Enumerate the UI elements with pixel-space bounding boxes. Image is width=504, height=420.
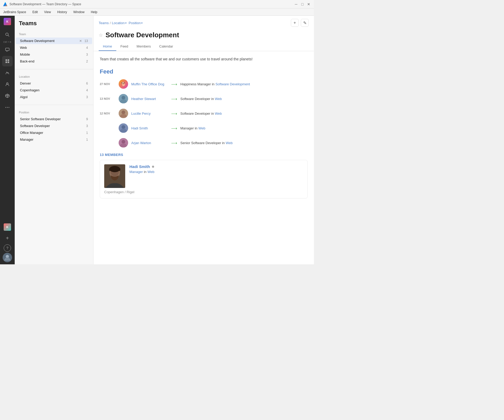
titlebar-title: Software Development — Team Directory — … xyxy=(9,2,81,6)
breadcrumb-teams[interactable]: Teams xyxy=(99,21,109,25)
tabs-bar: Home Feed Members Calendar xyxy=(93,42,314,51)
sidebar-item-copenhagen[interactable]: Copenhagen 4 xyxy=(16,87,92,93)
titlebar: Software Development — Team Directory — … xyxy=(0,0,314,8)
svg-point-14 xyxy=(122,96,125,99)
feed-person-muffin[interactable]: Muffin The Office Dog xyxy=(131,82,168,86)
sidebar-item-manager[interactable]: Manager 1 xyxy=(16,136,92,143)
member-card-hadi: Hadi Smith Manager in Web Copenhagen / R… xyxy=(100,160,308,198)
sidebar-item-backend[interactable]: Back-end 2 xyxy=(16,58,92,65)
user-avatar[interactable] xyxy=(3,253,12,262)
feed-avatar-muffin[interactable]: 🐕 xyxy=(119,79,128,89)
sidebar-position-label: Position xyxy=(15,109,93,116)
sidebar-location-count-2: 3 xyxy=(86,95,88,99)
menu-view[interactable]: View xyxy=(43,10,52,14)
chevron-down-icon-2: ▾ xyxy=(141,22,143,24)
menu-window[interactable]: Window xyxy=(72,10,86,14)
sidebar-position-name-2: Office Manager xyxy=(20,131,43,135)
member-name-hadi[interactable]: Hadi Smith xyxy=(129,164,150,169)
team-description: Team that creates all the software that … xyxy=(100,56,308,62)
member-role-link-manager[interactable]: Manager xyxy=(129,170,143,174)
feed-person-hadi[interactable]: Hadi Smith xyxy=(131,126,168,130)
titlebar-left: Software Development — Team Directory — … xyxy=(3,2,81,6)
tab-home[interactable]: Home xyxy=(99,42,116,51)
teams-icon[interactable] xyxy=(2,56,13,66)
sidebar-position-name-0: Senior Software Developer xyxy=(20,117,61,121)
sidebar-title: Teams xyxy=(15,16,93,29)
sidebar-position-count-2: 1 xyxy=(86,131,88,135)
app-switcher-icon[interactable]: K xyxy=(4,223,11,231)
edit-button[interactable]: ✎ xyxy=(301,19,309,27)
sidebar-team-count-1: 4 xyxy=(86,46,88,50)
breadcrumb-location-dropdown[interactable]: Location ▾ xyxy=(112,21,127,25)
messages-icon[interactable] xyxy=(2,44,13,55)
feed-person-arjan[interactable]: Arjan Warton xyxy=(131,141,168,145)
team-header: ☆ Software Development xyxy=(93,29,314,39)
minimize-button[interactable]: ─ xyxy=(294,2,298,6)
menu-jetbrains-space[interactable]: JetBrains Space xyxy=(2,10,27,14)
packages-icon[interactable] xyxy=(2,91,13,101)
breadcrumb-actions: + ✎ xyxy=(291,19,309,27)
add-icon[interactable]: + xyxy=(2,233,13,243)
menu-help[interactable]: Help xyxy=(90,10,98,14)
feed-avatar-heather[interactable] xyxy=(119,94,128,103)
sidebar-item-mobile[interactable]: Mobile 3 xyxy=(16,51,92,58)
feed-title: Feed xyxy=(100,68,308,75)
svg-point-7 xyxy=(7,83,8,84)
sidebar-position-count-0: 9 xyxy=(86,117,88,121)
tab-calendar[interactable]: Calendar xyxy=(155,42,177,51)
app-logo-icon: K xyxy=(4,18,11,25)
favorite-star-icon[interactable]: ☆ xyxy=(99,32,103,38)
titlebar-controls[interactable]: ─ □ ✕ xyxy=(294,2,311,6)
more-icon[interactable] xyxy=(2,102,13,113)
people-icon[interactable] xyxy=(2,79,13,90)
maximize-button[interactable]: □ xyxy=(300,2,304,6)
feed-avatar-arjan[interactable] xyxy=(119,138,128,148)
feed-action-1: Software Developer in Web xyxy=(180,97,222,101)
sidebar-item-developer[interactable]: Software Developer 3 xyxy=(16,123,92,129)
app-layout: K Ctrl + K K + ? Teams xyxy=(0,16,314,264)
feed-person-heather[interactable]: Heather Stewart xyxy=(131,97,168,101)
projects-icon[interactable] xyxy=(2,67,13,78)
feed-avatar-hadi[interactable] xyxy=(119,123,128,133)
sidebar-item-office-manager[interactable]: Office Manager 1 xyxy=(16,129,92,136)
sidebar-position-count-1: 3 xyxy=(86,124,88,128)
member-team-link-web[interactable]: Web xyxy=(148,170,155,174)
tab-members[interactable]: Members xyxy=(132,42,155,51)
svg-point-10 xyxy=(9,107,9,108)
feed-person-lucille[interactable]: Lucille Percy xyxy=(131,112,168,116)
sidebar-team-count-0: 13 xyxy=(85,39,88,43)
sidebar-item-denver[interactable]: Denver 6 xyxy=(16,80,92,87)
feed-date-2: 12 NOV xyxy=(100,112,116,115)
help-icon[interactable]: ? xyxy=(4,244,11,252)
breadcrumb-position-dropdown[interactable]: Position ▾ xyxy=(129,21,143,25)
feed-team-link-1[interactable]: Web xyxy=(215,97,222,101)
feed-item-4: Arjan Warton ⟶ Senior Software Developer… xyxy=(100,138,308,148)
feed-team-link-3[interactable]: Web xyxy=(198,126,206,130)
feed-team-link-4[interactable]: Web xyxy=(226,141,233,145)
menubar: JetBrains Space Edit View History Window… xyxy=(0,8,314,16)
feed-action-2: Software Developer in Web xyxy=(180,112,222,116)
sidebar-item-senior-dev[interactable]: Senior Software Developer 9 xyxy=(16,116,92,122)
svg-point-8 xyxy=(6,107,6,108)
sidebar-item-web[interactable]: Web 4 xyxy=(16,44,92,51)
sidebar-item-close-0[interactable]: ✕ xyxy=(79,39,82,43)
search-icon[interactable] xyxy=(2,29,13,40)
feed-team-link-0[interactable]: Software Development xyxy=(216,82,250,86)
svg-rect-5 xyxy=(6,61,7,63)
arrow-icon-1: ⟶ xyxy=(171,96,177,101)
feed-avatar-lucille[interactable] xyxy=(119,109,128,118)
close-button[interactable]: ✕ xyxy=(307,2,311,6)
sidebar-team-name-1: Web xyxy=(20,46,27,50)
menu-history[interactable]: History xyxy=(56,10,68,14)
feed-action-4: Senior Software Developer in Web xyxy=(180,141,233,145)
sidebar-item-software-development[interactable]: Software Development ✕ 13 xyxy=(16,38,92,44)
breadcrumb-sep-1: / xyxy=(110,21,111,25)
menu-edit[interactable]: Edit xyxy=(31,10,39,14)
svg-point-16 xyxy=(122,111,125,114)
add-button[interactable]: + xyxy=(291,19,299,27)
svg-rect-2 xyxy=(6,48,9,51)
tab-feed[interactable]: Feed xyxy=(116,42,133,51)
sidebar-item-algol[interactable]: Algol 3 xyxy=(16,94,92,100)
svg-rect-6 xyxy=(8,61,9,63)
feed-team-link-2[interactable]: Web xyxy=(215,112,222,116)
